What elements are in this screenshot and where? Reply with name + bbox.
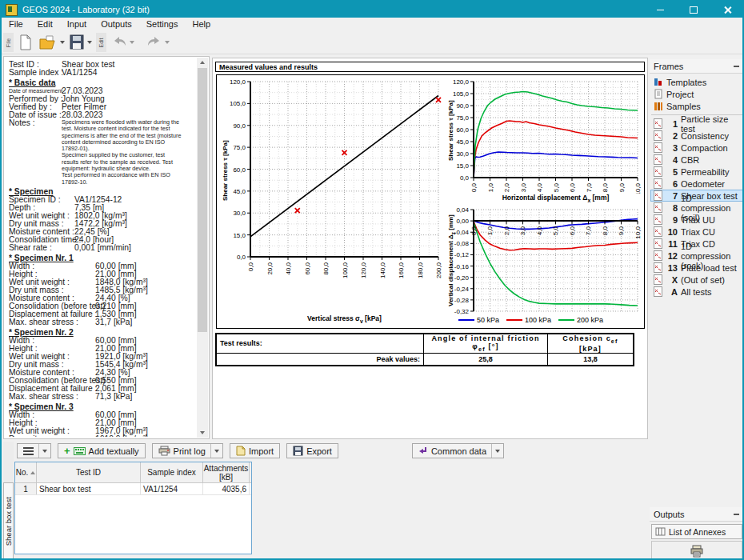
outputs-minimize-icon[interactable]	[732, 510, 741, 518]
maximize-icon	[690, 6, 698, 14]
frames-item-templates[interactable]: Templates	[650, 76, 743, 88]
svg-text:3,0: 3,0	[520, 182, 527, 192]
save-file-button[interactable]	[69, 34, 92, 51]
frame-test-label: Triax UU	[681, 215, 715, 225]
svg-text:9,0: 9,0	[618, 182, 626, 192]
svg-text:0,0: 0,0	[470, 182, 478, 192]
frame-test-label: All tests	[681, 287, 712, 297]
menu-edit[interactable]: Edit	[30, 18, 60, 32]
tab-shear-box-test[interactable]: Shear box test	[3, 482, 14, 560]
scrollbar-thumb[interactable]	[198, 68, 207, 332]
common-data-caret[interactable]	[491, 444, 500, 458]
detail-label: Sample index :	[9, 69, 62, 77]
frame-test-number: 11	[666, 239, 678, 249]
frame-test-triax-cu[interactable]: 10Triax CU	[650, 226, 743, 238]
common-data-button[interactable]: Common data	[412, 443, 504, 458]
test-doc-icon	[654, 274, 663, 285]
maximize-button[interactable]	[680, 2, 707, 18]
frame-test-oedometer[interactable]: 6Oedometer	[650, 178, 743, 190]
detail-label: Max. shear stress :	[9, 393, 95, 401]
svg-text:30,0: 30,0	[233, 210, 246, 217]
col-test-id[interactable]: Test ID	[37, 462, 141, 482]
frame-test-1d-compression-soil-[interactable]: 81D compression (soil)	[650, 202, 743, 214]
scroll-down-icon[interactable]	[198, 428, 207, 438]
minimize-icon	[657, 10, 664, 10]
detail-row: Sample index :VA1/1254	[9, 69, 195, 77]
new-file-button[interactable]	[18, 34, 34, 51]
frames-item-samples[interactable]: Samples	[650, 100, 743, 112]
frame-test-number: A	[666, 287, 678, 297]
close-icon	[724, 6, 731, 14]
frame-test-label: (Out of set)	[681, 275, 725, 285]
svg-text:90,0: 90,0	[456, 102, 469, 110]
menu-help[interactable]: Help	[185, 18, 218, 32]
svg-text:180,0: 180,0	[417, 262, 424, 278]
list-of-annexes-button[interactable]: List of Annexes	[651, 524, 742, 539]
print-output-button[interactable]	[651, 541, 742, 560]
frames-minimize-icon[interactable]	[732, 62, 741, 70]
frame-test-number: 7	[666, 191, 678, 201]
undo-button[interactable]	[110, 34, 134, 51]
frames-item-project[interactable]: Project	[650, 88, 743, 100]
menu-settings[interactable]: Settings	[139, 18, 186, 32]
svg-text:1,0: 1,0	[487, 226, 494, 236]
menu-outputs[interactable]: Outputs	[94, 18, 139, 32]
svg-text:90,0: 90,0	[233, 122, 246, 130]
open-dropdown-caret[interactable]	[60, 41, 65, 44]
friction-angle-header: Angle of internal friction φef [°]	[424, 334, 548, 353]
add-textually-button[interactable]: + Add textually	[58, 443, 146, 458]
open-file-button[interactable]	[38, 34, 65, 51]
col-no[interactable]: No.	[15, 462, 37, 482]
undo-dropdown-caret[interactable]	[130, 41, 134, 44]
vert-chart: 0,040,00-0,04-0,08-0,12-0,16-0,20-0,24-0…	[443, 206, 645, 328]
frame-test-label: Permeability	[681, 167, 730, 177]
detail-note-text: Specimens were flooded with water during…	[62, 119, 183, 186]
frames-item-label: Project	[666, 90, 694, 99]
test-doc-icon	[654, 166, 663, 177]
svg-text:75,0: 75,0	[456, 114, 469, 122]
redo-button[interactable]	[146, 34, 170, 51]
svg-text:-0,16: -0,16	[454, 263, 470, 270]
col-sample-index[interactable]: Sample index	[141, 462, 203, 482]
test-doc-icon	[654, 142, 663, 153]
menu-input[interactable]: Input	[60, 18, 94, 32]
frame-test-permeability[interactable]: 5Permeability	[650, 166, 743, 178]
minimize-button[interactable]	[646, 2, 674, 18]
list-menu-caret[interactable]	[38, 444, 47, 458]
print-log-caret[interactable]	[210, 444, 219, 458]
scroll-up-icon[interactable]	[198, 58, 207, 67]
save-dropdown-caret[interactable]	[87, 41, 92, 44]
frame-test-number: 9	[666, 215, 678, 225]
menu-file[interactable]: File	[2, 18, 30, 32]
table-row[interactable]: 1Shear box testVA1/12544035,6	[15, 483, 251, 495]
frame-test-1d-compression-rock-[interactable]: 121D compression (rock)	[650, 250, 743, 262]
frame-test-cbr[interactable]: 4CBR	[650, 154, 743, 166]
details-scrollbar[interactable]	[197, 58, 208, 438]
measured-values-panel: Measured values and results Shear stress…	[212, 58, 648, 439]
svg-text:60,0: 60,0	[304, 262, 311, 274]
redo-dropdown-caret[interactable]	[165, 41, 170, 44]
import-document-icon	[236, 446, 246, 456]
svg-text:120,0: 120,0	[360, 262, 367, 278]
export-floppy-icon	[293, 446, 303, 456]
frame-test-all-tests[interactable]: AAll tests	[650, 286, 743, 298]
col-attachments[interactable]: Attachments[kB]	[203, 462, 250, 482]
frame-test-label: Consistency	[681, 131, 729, 141]
svg-text:-0,24: -0,24	[454, 286, 470, 293]
import-button[interactable]: Import	[230, 443, 280, 458]
frame-test-plate-load-test[interactable]: 13Plate load test	[650, 262, 743, 274]
frame-test--out-of-set-[interactable]: X(Out of set)	[650, 274, 743, 286]
keyboard-icon	[74, 447, 86, 455]
frame-test-compaction[interactable]: 3Compaction	[650, 142, 743, 154]
detail-label: Notes :	[9, 119, 62, 186]
test-results-table: Test results: Angle of internal friction…	[215, 333, 634, 366]
frame-test-number: 8	[666, 203, 678, 213]
menu-bar: FileEditInputOutputsSettingsHelp	[2, 18, 742, 32]
list-menu-button[interactable]	[17, 443, 51, 458]
test-doc-icon	[654, 154, 663, 165]
frame-test-label: Compaction	[681, 143, 728, 153]
close-button[interactable]	[714, 2, 741, 18]
frame-test-particle-size-test[interactable]: 1Particle size test	[650, 118, 743, 130]
export-button[interactable]: Export	[286, 443, 338, 458]
print-log-button[interactable]: Print log	[152, 443, 223, 458]
